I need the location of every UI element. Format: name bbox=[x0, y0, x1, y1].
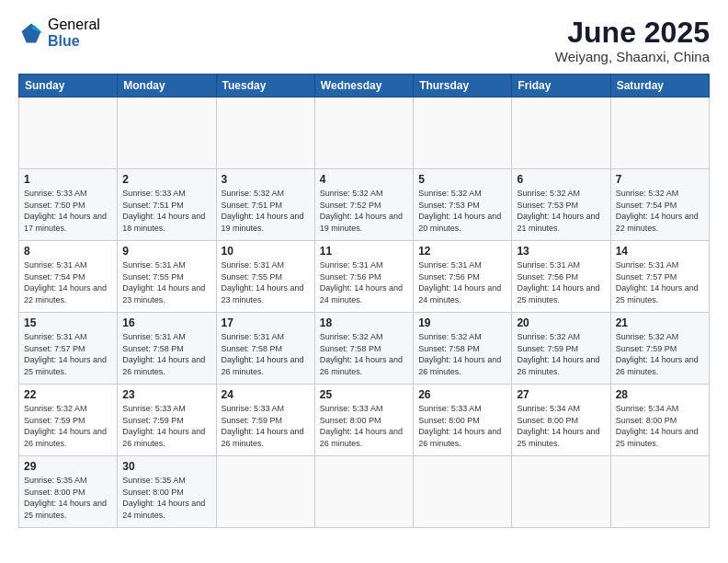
day-info: Sunrise: 5:32 AM Sunset: 7:59 PM Dayligh… bbox=[517, 331, 605, 377]
day-number: 29 bbox=[24, 460, 112, 473]
day-cell: 8 Sunrise: 5:31 AM Sunset: 7:54 PM Dayli… bbox=[19, 241, 118, 313]
logo-general: General bbox=[48, 17, 100, 33]
day-number: 8 bbox=[24, 245, 112, 258]
day-info: Sunrise: 5:31 AM Sunset: 7:56 PM Dayligh… bbox=[517, 259, 605, 305]
day-cell: 9 Sunrise: 5:31 AM Sunset: 7:55 PM Dayli… bbox=[118, 241, 216, 313]
day-cell: 18 Sunrise: 5:32 AM Sunset: 7:58 PM Dayl… bbox=[314, 313, 413, 385]
day-cell: 27 Sunrise: 5:34 AM Sunset: 8:00 PM Dayl… bbox=[512, 385, 610, 456]
calendar-header: SundayMondayTuesdayWednesdayThursdayFrid… bbox=[19, 75, 710, 98]
day-number: 26 bbox=[418, 388, 506, 401]
day-info: Sunrise: 5:31 AM Sunset: 7:55 PM Dayligh… bbox=[222, 259, 310, 305]
header-cell-sunday: Sunday bbox=[19, 75, 118, 98]
header-cell-saturday: Saturday bbox=[610, 75, 709, 98]
day-cell bbox=[216, 456, 314, 528]
day-number: 17 bbox=[222, 316, 310, 329]
title-block: June 2025 Weiyang, Shaanxi, China bbox=[555, 17, 710, 64]
header-cell-wednesday: Wednesday bbox=[314, 75, 413, 98]
day-cell: 30 Sunrise: 5:35 AM Sunset: 8:00 PM Dayl… bbox=[118, 456, 216, 528]
day-number: 24 bbox=[222, 388, 310, 401]
day-number: 12 bbox=[418, 245, 506, 258]
calendar: SundayMondayTuesdayWednesdayThursdayFrid… bbox=[18, 74, 710, 528]
day-cell: 14 Sunrise: 5:31 AM Sunset: 7:57 PM Dayl… bbox=[610, 241, 709, 313]
day-cell: 29 Sunrise: 5:35 AM Sunset: 8:00 PM Dayl… bbox=[19, 456, 118, 528]
day-info: Sunrise: 5:31 AM Sunset: 7:58 PM Dayligh… bbox=[222, 331, 310, 377]
day-info: Sunrise: 5:34 AM Sunset: 8:00 PM Dayligh… bbox=[616, 403, 704, 449]
day-cell: 6 Sunrise: 5:32 AM Sunset: 7:53 PM Dayli… bbox=[512, 169, 610, 241]
day-number: 10 bbox=[222, 245, 310, 258]
logo-icon bbox=[18, 20, 44, 46]
day-info: Sunrise: 5:33 AM Sunset: 8:00 PM Dayligh… bbox=[320, 403, 408, 449]
day-number: 2 bbox=[122, 173, 210, 186]
day-cell: 2 Sunrise: 5:33 AM Sunset: 7:51 PM Dayli… bbox=[118, 169, 216, 241]
day-cell: 11 Sunrise: 5:31 AM Sunset: 7:56 PM Dayl… bbox=[314, 241, 413, 313]
week-row-2: 8 Sunrise: 5:31 AM Sunset: 7:54 PM Dayli… bbox=[19, 241, 710, 313]
day-cell bbox=[610, 456, 709, 528]
logo-blue: Blue bbox=[48, 33, 100, 50]
logo: General Blue bbox=[18, 17, 100, 49]
header-cell-monday: Monday bbox=[118, 75, 216, 98]
day-number: 5 bbox=[418, 173, 506, 186]
day-cell: 15 Sunrise: 5:31 AM Sunset: 7:57 PM Dayl… bbox=[19, 313, 118, 385]
day-info: Sunrise: 5:32 AM Sunset: 7:58 PM Dayligh… bbox=[320, 331, 408, 377]
day-info: Sunrise: 5:31 AM Sunset: 7:54 PM Dayligh… bbox=[24, 259, 112, 305]
week-row-5: 29 Sunrise: 5:35 AM Sunset: 8:00 PM Dayl… bbox=[19, 456, 710, 528]
day-number: 19 bbox=[418, 316, 506, 329]
day-info: Sunrise: 5:34 AM Sunset: 8:00 PM Dayligh… bbox=[517, 403, 605, 449]
day-info: Sunrise: 5:35 AM Sunset: 8:00 PM Dayligh… bbox=[122, 475, 210, 521]
header-cell-tuesday: Tuesday bbox=[216, 75, 314, 98]
day-number: 6 bbox=[517, 173, 605, 186]
day-info: Sunrise: 5:31 AM Sunset: 7:57 PM Dayligh… bbox=[616, 259, 704, 305]
header: General Blue June 2025 Weiyang, Shaanxi,… bbox=[18, 17, 710, 64]
day-number: 21 bbox=[616, 316, 704, 329]
day-number: 23 bbox=[122, 388, 210, 401]
day-number: 1 bbox=[24, 173, 112, 186]
day-cell bbox=[216, 98, 314, 169]
day-number: 18 bbox=[320, 316, 408, 329]
day-info: Sunrise: 5:32 AM Sunset: 7:53 PM Dayligh… bbox=[418, 188, 506, 234]
day-cell: 7 Sunrise: 5:32 AM Sunset: 7:54 PM Dayli… bbox=[610, 169, 709, 241]
day-number: 11 bbox=[320, 245, 408, 258]
day-info: Sunrise: 5:31 AM Sunset: 7:57 PM Dayligh… bbox=[24, 331, 112, 377]
header-row: SundayMondayTuesdayWednesdayThursdayFrid… bbox=[19, 75, 710, 98]
day-info: Sunrise: 5:32 AM Sunset: 7:59 PM Dayligh… bbox=[616, 331, 704, 377]
day-cell bbox=[19, 98, 118, 169]
header-cell-thursday: Thursday bbox=[414, 75, 512, 98]
day-number: 27 bbox=[517, 388, 605, 401]
svg-marker-0 bbox=[22, 23, 41, 42]
day-number: 28 bbox=[616, 388, 704, 401]
day-info: Sunrise: 5:32 AM Sunset: 7:54 PM Dayligh… bbox=[616, 188, 704, 234]
day-cell: 12 Sunrise: 5:31 AM Sunset: 7:56 PM Dayl… bbox=[414, 241, 512, 313]
day-number: 15 bbox=[24, 316, 112, 329]
day-info: Sunrise: 5:35 AM Sunset: 8:00 PM Dayligh… bbox=[24, 475, 112, 521]
day-cell: 22 Sunrise: 5:32 AM Sunset: 7:59 PM Dayl… bbox=[19, 385, 118, 456]
day-number: 9 bbox=[122, 245, 210, 258]
day-cell: 13 Sunrise: 5:31 AM Sunset: 7:56 PM Dayl… bbox=[512, 241, 610, 313]
title-month: June 2025 bbox=[555, 17, 710, 49]
day-info: Sunrise: 5:33 AM Sunset: 7:59 PM Dayligh… bbox=[222, 403, 310, 449]
day-cell: 5 Sunrise: 5:32 AM Sunset: 7:53 PM Dayli… bbox=[414, 169, 512, 241]
calendar-body: 1 Sunrise: 5:33 AM Sunset: 7:50 PM Dayli… bbox=[19, 98, 710, 528]
week-row-4: 22 Sunrise: 5:32 AM Sunset: 7:59 PM Dayl… bbox=[19, 385, 710, 456]
day-cell: 21 Sunrise: 5:32 AM Sunset: 7:59 PM Dayl… bbox=[610, 313, 709, 385]
day-info: Sunrise: 5:32 AM Sunset: 7:51 PM Dayligh… bbox=[222, 188, 310, 234]
day-cell: 20 Sunrise: 5:32 AM Sunset: 7:59 PM Dayl… bbox=[512, 313, 610, 385]
title-location: Weiyang, Shaanxi, China bbox=[555, 49, 710, 64]
day-number: 3 bbox=[222, 173, 310, 186]
day-cell: 17 Sunrise: 5:31 AM Sunset: 7:58 PM Dayl… bbox=[216, 313, 314, 385]
day-cell: 25 Sunrise: 5:33 AM Sunset: 8:00 PM Dayl… bbox=[314, 385, 413, 456]
day-cell: 4 Sunrise: 5:32 AM Sunset: 7:52 PM Dayli… bbox=[314, 169, 413, 241]
day-number: 7 bbox=[616, 173, 704, 186]
day-cell: 28 Sunrise: 5:34 AM Sunset: 8:00 PM Dayl… bbox=[610, 385, 709, 456]
day-cell: 10 Sunrise: 5:31 AM Sunset: 7:55 PM Dayl… bbox=[216, 241, 314, 313]
day-cell bbox=[414, 456, 512, 528]
day-number: 16 bbox=[122, 316, 210, 329]
day-cell: 1 Sunrise: 5:33 AM Sunset: 7:50 PM Dayli… bbox=[19, 169, 118, 241]
day-number: 14 bbox=[616, 245, 704, 258]
day-number: 22 bbox=[24, 388, 112, 401]
header-cell-friday: Friday bbox=[512, 75, 610, 98]
day-cell bbox=[314, 98, 413, 169]
week-row-3: 15 Sunrise: 5:31 AM Sunset: 7:57 PM Dayl… bbox=[19, 313, 710, 385]
day-cell bbox=[512, 456, 610, 528]
day-cell bbox=[512, 98, 610, 169]
day-info: Sunrise: 5:31 AM Sunset: 7:58 PM Dayligh… bbox=[122, 331, 210, 377]
